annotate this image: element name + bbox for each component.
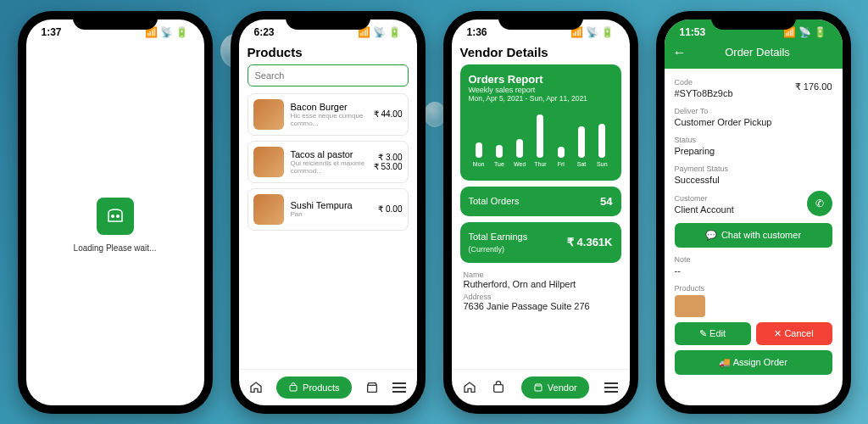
product-row[interactable]: Tacos al pastorQui reiciendis et maxime …	[248, 141, 409, 183]
nav-menu-icon[interactable]	[604, 382, 618, 393]
report-title: Orders Report	[469, 73, 613, 86]
weekly-chart: MonTueWedThurFriSatSun	[469, 108, 613, 167]
call-button[interactable]: ✆	[807, 191, 832, 216]
report-range: Mon, Apr 5, 2021 - Sun, Apr 11, 2021	[469, 94, 613, 103]
clock: 11:53	[680, 26, 706, 38]
status-icons: 📶 📡 🔋	[358, 26, 402, 38]
svg-point-1	[116, 215, 120, 218]
nav-products[interactable]: Products	[276, 377, 351, 399]
cancel-button[interactable]: ✕ Cancel	[756, 322, 832, 345]
svg-rect-3	[368, 385, 377, 392]
nav-home-icon[interactable]	[463, 381, 476, 394]
search-input[interactable]	[248, 64, 409, 86]
bottom-nav: Products	[239, 369, 417, 405]
clock: 1:37	[42, 26, 62, 38]
deliver-to: Customer Order Pickup	[675, 117, 772, 127]
svg-rect-2	[290, 385, 297, 391]
order-note: --	[675, 265, 681, 276]
page-title: Vendor Details	[460, 45, 621, 59]
svg-point-0	[111, 215, 114, 218]
name-label: Name	[464, 271, 618, 279]
appbar: ← Order Details	[665, 40, 843, 69]
product-row[interactable]: Bacon BurgerHic esse neque cumque commo.…	[248, 93, 409, 136]
order-status: Preparing	[675, 146, 715, 156]
nav-vendor-icon[interactable]	[365, 381, 379, 394]
nav-vendor[interactable]: Vendor	[521, 377, 589, 399]
svg-rect-5	[535, 386, 542, 391]
bottom-nav: Vendor	[452, 369, 630, 405]
clock: 1:36	[467, 26, 487, 38]
customer-name: Client Account	[675, 204, 734, 215]
total-earnings-card: Total Earnings(Currently) ₹ 4.361K	[460, 222, 621, 263]
chat-button[interactable]: 💬 Chat with customer	[675, 223, 832, 248]
nav-products-icon[interactable]	[492, 381, 505, 394]
report-sub: Weekly sales report	[469, 86, 613, 94]
order-total: ₹ 176.00	[795, 81, 832, 92]
svg-rect-4	[494, 384, 504, 392]
status-icons: 📶 📡 🔋	[783, 26, 827, 38]
vendor-name: Rutherford, Orn and Hilpert	[464, 279, 618, 289]
app-logo	[97, 198, 134, 235]
order-product-thumb	[675, 295, 705, 317]
addr-label: Address	[464, 293, 618, 301]
order-code: #SYTo8Bz9cb	[675, 88, 733, 98]
clock: 6:23	[254, 26, 275, 38]
vendor-addr: 7636 Janie Passage Suite 276	[464, 301, 618, 311]
loading-text: Loading Please wait...	[74, 243, 157, 253]
assign-button[interactable]: 🚚 Assign Order	[675, 350, 832, 375]
orders-report-card: Orders Report Weekly sales report Mon, A…	[460, 64, 621, 181]
page-title: Products	[248, 45, 409, 59]
nav-menu-icon[interactable]	[392, 382, 406, 393]
page-title: Order Details	[682, 46, 834, 59]
payment-status: Successful	[675, 175, 720, 185]
nav-home-icon[interactable]	[249, 381, 263, 394]
edit-button[interactable]: ✎ Edit	[675, 322, 751, 345]
product-row[interactable]: Sushi TempuraPan₹ 0.00	[248, 188, 409, 231]
total-orders-card: Total Orders 54	[460, 187, 621, 216]
status-icons: 📶 📡 🔋	[145, 26, 189, 38]
status-icons: 📶 📡 🔋	[570, 26, 615, 38]
